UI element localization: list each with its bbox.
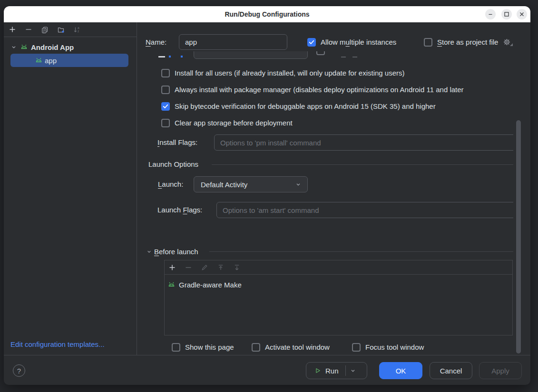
close-button[interactable] [517,9,527,19]
allow-multiple-instances-checkbox[interactable]: Allow multiple instances [307,34,396,50]
close-icon [519,11,525,17]
before-launch-toolbar [165,260,512,275]
launch-flags-input[interactable] [216,202,513,218]
edit-configuration-templates-link[interactable]: Edit configuration templates... [10,340,105,348]
android-icon [20,43,28,51]
run-button-divider [345,365,346,376]
checkbox-unchecked-icon[interactable] [252,343,260,352]
run-button-label: Run [325,367,339,375]
activate-tool-window-checkbox[interactable]: Activate tool window [252,342,330,352]
copy-configuration-icon[interactable] [41,26,49,33]
skip-bytecode-verification-checkbox[interactable]: Skip bytecode verification for debuggabl… [161,101,436,111]
install-flags-input[interactable] [214,134,513,151]
run-split-button[interactable]: Run [306,362,367,379]
checkbox-label: Activate tool window [265,343,330,351]
launch-options-heading: Launch Options [148,160,198,169]
checkbox-label: Show this page [185,343,234,351]
remove-configuration-icon[interactable] [25,26,32,33]
apply-button-label: Apply [491,367,509,375]
clipped-text-fragment [352,57,357,57]
launch-flags-label: Launch Flags: [157,202,202,218]
checkbox-label: Focus tool window [365,343,424,351]
install-flags-label: Install Flags: [157,134,197,151]
store-settings-gear-icon[interactable] [503,38,511,46]
minimize-icon [488,11,493,17]
edit-task-icon[interactable] [201,264,208,271]
move-task-down-icon[interactable] [233,264,241,271]
clipped-icon-fragment [169,56,171,57]
launch-select-value: Default Activity [201,181,247,189]
launch-select[interactable]: Default Activity [194,176,308,192]
clear-app-storage-checkbox[interactable]: Clear app storage before deployment [161,118,293,128]
always-install-package-manager-checkbox[interactable]: Always install with package manager (dis… [161,85,464,95]
before-launch-task-label: Gradle-aware Make [179,281,242,289]
checkbox-checked-icon[interactable] [307,38,316,47]
clipped-label-fragment [158,56,165,57]
before-launch-panel: Gradle-aware Make [164,260,513,335]
configurations-toolbar: az [4,22,137,37]
move-task-up-icon[interactable] [217,264,225,271]
form-scroll-viewport: Install for all users (if already instal… [137,51,513,355]
name-input[interactable] [179,34,287,50]
remove-task-icon[interactable] [185,264,192,271]
tree-item-android-app[interactable]: Android App [10,42,74,52]
store-as-project-file-checkbox[interactable]: Store as project file [424,34,511,50]
checkbox-checked-icon[interactable] [161,102,170,111]
tree-item-app-selected[interactable]: app [10,54,128,67]
before-launch-title: Before launch [154,248,198,256]
cancel-button-label: Cancel [440,367,462,375]
add-task-icon[interactable] [168,264,176,271]
sort-configurations-icon[interactable]: az [73,26,81,33]
android-icon [35,57,43,65]
android-icon [167,281,176,289]
clipped-icon-fragment [181,56,183,57]
checkbox-label: Clear app storage before deployment [175,119,293,127]
vertical-scrollbar[interactable] [516,120,521,354]
chevron-down-icon[interactable] [146,249,152,255]
show-this-page-checkbox[interactable]: Show this page [172,342,234,352]
add-configuration-icon[interactable] [9,26,16,33]
footer-divider [4,355,530,355]
window-title: Run/Debug Configurations [4,6,530,22]
checkbox-unchecked-icon[interactable] [161,86,170,94]
store-as-project-file-label: Store as project file [437,38,498,46]
launch-label: Launch: [158,176,183,192]
help-button[interactable]: ? [13,364,25,377]
checkbox-unchecked-icon[interactable] [172,343,180,352]
tree-item-label: app [45,57,57,65]
run-debug-configurations-dialog: Run/Debug Configurations az Android App [4,6,530,385]
section-divider [209,251,513,252]
maximize-button[interactable] [501,9,512,19]
checkbox-label: Install for all users (if already instal… [175,69,405,77]
checkbox-unchecked-icon[interactable] [352,343,361,352]
ok-button-label: OK [396,367,406,375]
checkbox-unchecked-icon[interactable] [161,119,170,127]
clipped-checkbox[interactable] [316,51,325,55]
focus-tool-window-checkbox[interactable]: Focus tool window [352,342,424,352]
section-divider [212,164,513,165]
before-launch-task-row[interactable]: Gradle-aware Make [167,280,512,289]
run-play-icon [314,367,321,374]
cancel-button[interactable]: Cancel [430,362,472,379]
name-label: Name: [146,34,166,50]
checkbox-label: Skip bytecode verification for debuggabl… [175,102,436,110]
apply-button[interactable]: Apply [479,362,522,379]
install-for-all-users-checkbox[interactable]: Install for all users (if already instal… [161,68,405,78]
question-mark-icon: ? [17,367,21,375]
before-launch-heading[interactable]: Before launch [146,247,198,256]
maximize-icon [504,11,509,17]
run-options-chevron-icon[interactable] [350,367,356,374]
checkbox-unchecked-icon[interactable] [161,69,170,77]
ok-button[interactable]: OK [379,362,422,379]
minimize-button[interactable] [485,9,496,19]
svg-text:z: z [78,29,79,33]
clipped-text-fragment [341,57,346,57]
chevron-down-icon[interactable] [10,44,17,50]
new-folder-icon[interactable] [57,26,65,33]
titlebar: Run/Debug Configurations [4,6,530,22]
checkbox-label: Always install with package manager (dis… [175,86,464,94]
allow-multiple-instances-label: Allow multiple instances [321,38,396,46]
clipped-dropdown[interactable] [194,51,308,59]
tree-group-label: Android App [31,43,74,51]
checkbox-unchecked-icon[interactable] [424,38,432,47]
